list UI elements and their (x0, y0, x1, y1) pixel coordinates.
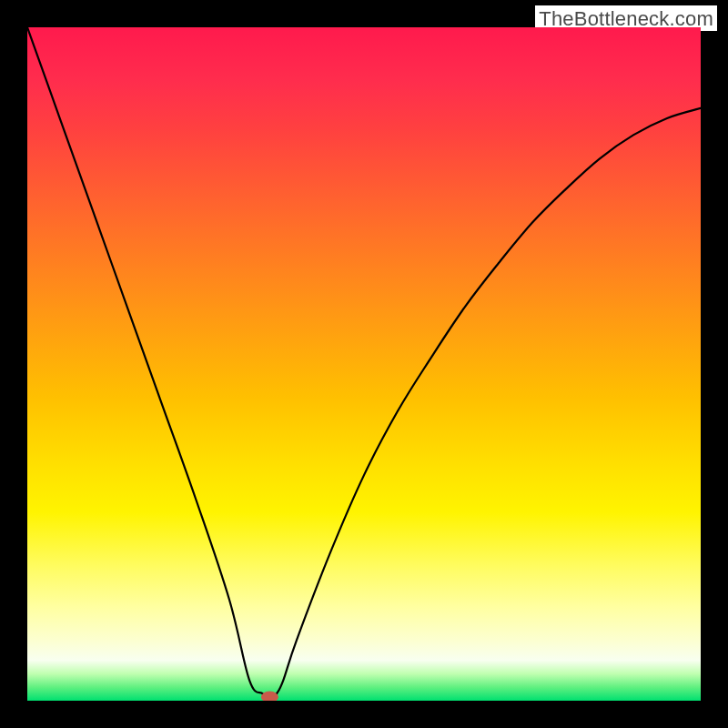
plot-area (27, 27, 701, 701)
bottleneck-curve (27, 27, 701, 701)
marker-dot (261, 692, 278, 701)
chart-frame: TheBottleneck.com (0, 0, 728, 728)
curve-layer (27, 27, 701, 701)
